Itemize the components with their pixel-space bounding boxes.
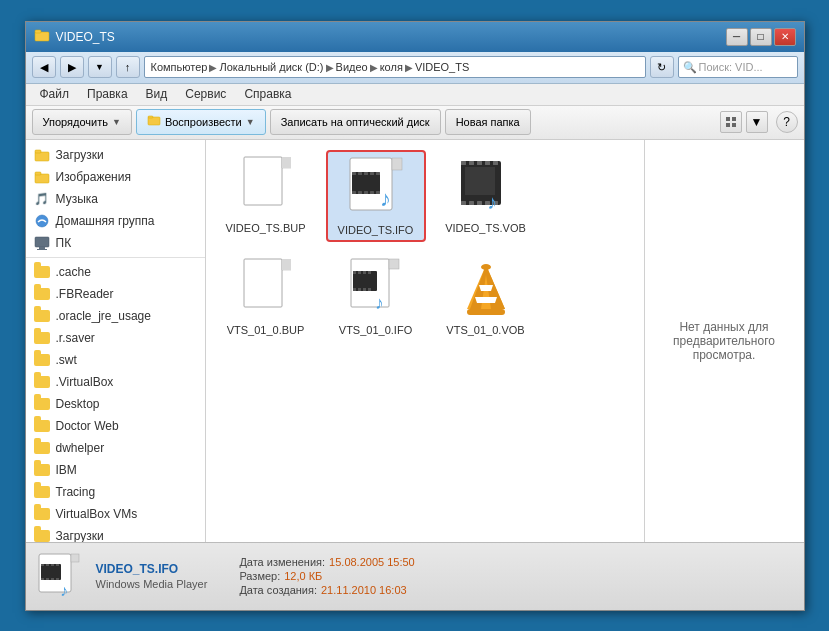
svg-rect-36 [469,161,474,165]
status-info: VIDEO_TS.IFO Windows Media Player [96,562,208,590]
sidebar-item-fbreader[interactable]: .FBReader [26,283,205,305]
file-item-video-ts-vob[interactable]: ♪ VIDEO_TS.VOB [436,150,536,242]
sidebar-item-oracle-label: .oracle_jre_usage [56,309,151,323]
svg-rect-8 [35,152,49,161]
status-created-row: Дата создания: 21.11.2010 16:03 [239,584,414,596]
svg-text:♪: ♪ [487,191,497,213]
recent-button[interactable]: ▼ [88,56,112,78]
sidebar-item-music[interactable]: 🎵 Музыка [26,188,205,210]
sidebar-item-downloads[interactable]: Загрузки [26,144,205,166]
organize-button[interactable]: Упорядочить ▼ [32,109,132,135]
file-icon-bup [234,154,298,218]
refresh-button[interactable]: ↻ [650,56,674,78]
sidebar-item-doctorweb[interactable]: Doctor Web [26,415,205,437]
svg-rect-0 [35,32,49,41]
file-item-vts-bup[interactable]: VTS_01_0.BUP [216,252,316,340]
sidebar-item-dwhelper-label: dwhelper [56,441,105,455]
file-item-video-ts-bup[interactable]: VIDEO_TS.BUP [216,150,316,242]
sidebar-item-swt-label: .swt [56,353,77,367]
status-modified-label: Дата изменения: [239,556,325,568]
svg-rect-76 [56,564,59,566]
sidebar-item-ibm[interactable]: IBM [26,459,205,481]
folder-icon-doctorweb [34,418,50,434]
sidebar-item-downloads-label: Загрузки [56,148,104,162]
folder-icon-ibm [34,462,50,478]
svg-rect-6 [726,123,730,127]
back-button[interactable]: ◀ [32,56,56,78]
svg-text:♪: ♪ [380,186,391,211]
file-item-vts-ifo[interactable]: ♪ VTS_01_0.IFO [326,252,426,340]
minimize-button[interactable]: ─ [726,28,748,46]
menu-service[interactable]: Сервис [177,85,234,103]
menu-edit[interactable]: Правка [79,85,136,103]
svg-rect-49 [282,259,291,270]
main-content: Загрузки Изображения 🎵 Музыка Домашняя г… [26,140,804,542]
svg-rect-78 [46,578,49,580]
file-item-vts-ifo-label: VTS_01_0.IFO [339,324,412,336]
sidebar-item-swt[interactable]: .swt [26,349,205,371]
svg-rect-4 [726,117,730,121]
search-box[interactable]: 🔍 Поиск: VID... [678,56,798,78]
folder-icon-swt [34,352,50,368]
file-item-vts-bup-label: VTS_01_0.BUP [227,324,305,336]
crumb-sep-4: ▶ [405,62,413,73]
sidebar-item-images[interactable]: Изображения [26,166,205,188]
sidebar-item-pc[interactable]: ПК [26,232,205,254]
burn-button[interactable]: Записать на оптический диск [270,109,441,135]
up-button[interactable]: ↑ [116,56,140,78]
close-button[interactable]: ✕ [774,28,796,46]
file-icon-vts-ifo: ♪ [344,256,408,320]
new-folder-button[interactable]: Новая папка [445,109,531,135]
menu-view[interactable]: Вид [138,85,176,103]
svg-rect-38 [485,161,490,165]
organize-arrow-icon: ▼ [112,117,121,127]
menu-help[interactable]: Справка [236,85,299,103]
svg-rect-28 [352,191,356,194]
sidebar: Загрузки Изображения 🎵 Музыка Домашняя г… [26,140,206,542]
svg-rect-73 [41,564,44,566]
address-bar-area: ◀ ▶ ▼ ↑ Компьютер ▶ Локальный диск (D:) … [26,52,804,84]
sidebar-item-homegroup[interactable]: Домашняя группа [26,210,205,232]
sidebar-item-downloads2[interactable]: Загрузки [26,525,205,542]
sidebar-item-oracle[interactable]: .oracle_jre_usage [26,305,205,327]
sidebar-item-vbox[interactable]: .VirtualBox [26,371,205,393]
search-icon: 🔍 [683,61,697,74]
view-toggle-button[interactable] [720,111,742,133]
svg-rect-27 [376,172,380,175]
file-item-vts-vob[interactable]: VTS_01_0.VOB [436,252,536,340]
svg-rect-31 [370,191,374,194]
sidebar-item-dwhelper[interactable]: dwhelper [26,437,205,459]
svg-rect-24 [358,172,362,175]
crumb-drive: Локальный диск (D:) [219,61,323,73]
sidebar-item-downloads2-label: Загрузки [56,529,104,542]
folder-play-icon [147,114,161,130]
svg-marker-66 [475,297,497,303]
svg-rect-21 [392,158,402,170]
help-button[interactable]: ? [776,111,798,133]
sidebar-item-music-label: Музыка [56,192,98,206]
maximize-button[interactable]: □ [750,28,772,46]
play-button[interactable]: Воспроизвести ▼ [136,109,266,135]
sidebar-item-ibm-label: IBM [56,463,77,477]
sidebar-item-cache[interactable]: .cache [26,261,205,283]
file-item-video-ts-ifo[interactable]: ♪ VIDEO_TS.IFO [326,150,426,242]
sidebar-item-rsaver[interactable]: .r.saver [26,327,205,349]
svg-rect-1 [35,30,41,33]
preview-area: Нет данных для предварительного просмотр… [644,140,804,542]
forward-button[interactable]: ▶ [60,56,84,78]
sidebar-divider [26,257,205,258]
svg-rect-3 [148,116,153,118]
menu-file[interactable]: Файл [32,85,78,103]
file-grid: VIDEO_TS.BUP [206,140,644,542]
svg-rect-14 [39,247,45,249]
sidebar-item-tracing[interactable]: Tracing [26,481,205,503]
svg-rect-18 [282,157,291,168]
view-list-button[interactable]: ▼ [746,111,768,133]
svg-text:♪: ♪ [375,293,384,313]
address-bar[interactable]: Компьютер ▶ Локальный диск (D:) ▶ Видео … [144,56,646,78]
sidebar-item-desktop[interactable]: Desktop [26,393,205,415]
status-bar: ♪ VIDEO_TS.IFO Windows Media Player Дата… [26,542,804,610]
title-bar-icon [34,27,50,46]
sidebar-item-vboxvms[interactable]: VirtualBox VMs [26,503,205,525]
help-icon: ? [783,115,790,129]
